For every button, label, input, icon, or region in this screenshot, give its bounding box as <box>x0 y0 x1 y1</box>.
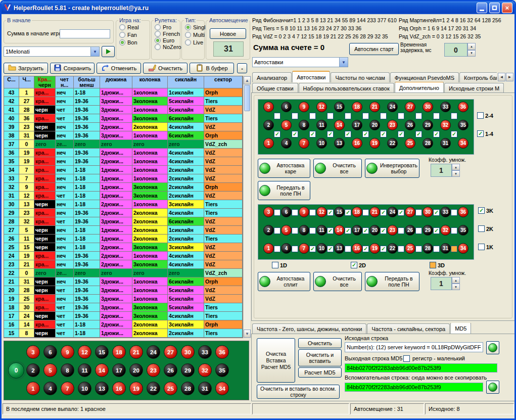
wheel-number-18[interactable]: 18 <box>112 345 126 359</box>
table-scrollbar[interactable]: ▲ ▼ <box>243 76 251 338</box>
history-row[interactable]: 3923черннеч19-362дюжи...2колонка4сиклайн… <box>4 123 243 131</box>
radio-pro[interactable]: Pro <box>155 24 181 30</box>
bet-checkbox[interactable] <box>327 227 334 234</box>
bet-number-5[interactable]: 5 <box>281 120 292 130</box>
bet-checkbox[interactable] <box>433 113 440 119</box>
main-tabs-2[interactable]: Частоты по числам <box>331 72 389 82</box>
wheel-number-28[interactable]: 28 <box>181 382 195 395</box>
wheel-number-14[interactable]: 14 <box>95 363 109 377</box>
spin-up-icon[interactable]: ▲ <box>452 277 460 284</box>
wheel-number-7[interactable]: 7 <box>61 382 74 395</box>
bet-number-33[interactable]: 33 <box>440 102 451 112</box>
tab-scroll-arrows[interactable]: ◄► <box>498 73 513 81</box>
start-sum-input[interactable] <box>60 29 110 38</box>
history-row[interactable]: 2321кра...неч19-362дюжи...3колонка4сикла… <box>4 260 243 269</box>
wheel-number-35[interactable]: 35 <box>215 363 229 377</box>
wheel-number-13[interactable]: 13 <box>95 382 109 395</box>
bet-number-31[interactable]: 31 <box>440 138 451 149</box>
bet-number-14[interactable]: 14 <box>334 120 345 130</box>
column-header[interactable]: дюжина <box>100 76 132 88</box>
bet-checkbox[interactable] <box>433 131 440 137</box>
wheel-number-22[interactable]: 22 <box>147 382 160 395</box>
bet-checkbox[interactable] <box>433 246 440 252</box>
bet-number-27[interactable]: 27 <box>405 102 415 112</box>
autobet-split-button[interactable]: Автоставка сплит <box>258 272 310 291</box>
new-button[interactable]: Новое <box>210 28 246 39</box>
freq-tabs-0[interactable]: Частота - Zero, шансы, дюжины, колонки <box>252 323 366 334</box>
sub-tabs-3[interactable]: Исходные строки М <box>444 83 504 93</box>
tab-scroll-right-icon[interactable]: ► <box>506 73 513 81</box>
radio-nozero[interactable]: NoZero <box>155 44 181 50</box>
history-row[interactable]: 2515черннеч1-182дюжи...3колонка3сиклайнV… <box>4 243 243 252</box>
checkbox-3d[interactable]: 3D <box>430 262 445 268</box>
wheel-number-36[interactable]: 36 <box>215 345 229 359</box>
profile-combo[interactable]: 1Melonati ▼ <box>4 46 100 57</box>
history-row[interactable]: 347кра...неч1-181дюжи...1колонка2сиклайн… <box>4 166 243 174</box>
bet-checkbox[interactable] <box>451 131 457 137</box>
history-row[interactable]: 370zeroze...zerozerozerozeroVdZ_zch <box>4 140 243 149</box>
bet-number-15[interactable]: 15 <box>334 102 345 112</box>
wheel-number-10[interactable]: 10 <box>78 382 91 395</box>
titlebar[interactable]: HelperRoullet 5.81 - create helperroulle… <box>2 2 514 14</box>
scroll-up-icon[interactable]: ▲ <box>244 76 251 84</box>
clear-all-button-1[interactable]: Очистить все <box>313 159 362 178</box>
wheel-number-30[interactable]: 30 <box>181 345 195 359</box>
history-row[interactable]: 2611черннеч1-181дюжи...2колонка2сиклайнT… <box>4 235 243 243</box>
radio-live[interactable]: Live <box>185 39 205 45</box>
bet-checkbox[interactable] <box>362 227 369 234</box>
scroll-down-icon[interactable]: ▼ <box>244 330 251 338</box>
bet-checkbox[interactable] <box>327 209 334 216</box>
wheel-number-4[interactable]: 4 <box>43 382 57 395</box>
tab-scroll-left-icon[interactable]: ◄ <box>498 73 505 81</box>
wheel-number-26[interactable]: 26 <box>164 363 177 377</box>
wheel-number-20[interactable]: 20 <box>129 363 143 377</box>
history-row[interactable]: 2832кра...чет19-363дюжи...2колонка6сикла… <box>4 217 243 226</box>
bet-checkbox[interactable] <box>345 209 351 216</box>
bet-number-29[interactable]: 29 <box>423 120 433 130</box>
history-row[interactable]: 2419кра...неч19-362дюжи...1колонка4сикла… <box>4 252 243 260</box>
history-row[interactable]: 2131черннеч19-363дюжи...1колонка6сиклайн… <box>4 277 243 286</box>
md5-clear-paste-button[interactable]: Очистить и вставить <box>298 349 342 366</box>
radio-euro[interactable]: Euro <box>155 37 181 43</box>
history-row[interactable]: 329кра...неч1-181дюжи...3колонка2сиклайн… <box>4 183 243 192</box>
sub-tabs-1[interactable]: Наборы пользовательских ставок <box>299 83 394 93</box>
wheel-number-34[interactable]: 34 <box>215 382 229 395</box>
wheel-number-9[interactable]: 9 <box>61 345 74 359</box>
bet-number-24[interactable]: 24 <box>387 102 398 112</box>
toolbar-save-button[interactable]: Сохранить <box>50 63 95 74</box>
radio-singl[interactable]: Singl <box>185 24 205 30</box>
history-row[interactable]: 220zeroze...zerozerozerozeroVdZ_zch <box>4 269 243 277</box>
bet-checkbox[interactable] <box>415 131 422 137</box>
autobet-kare-button[interactable]: Автоставка каре <box>258 159 310 178</box>
bet-checkbox[interactable] <box>309 209 316 216</box>
delay-spinner[interactable]: 0 ▲ ▼ <box>444 43 476 57</box>
main-tabs-4[interactable]: Контроль банкр <box>459 72 497 82</box>
column-header[interactable]: четн... <box>56 76 74 88</box>
main-tabs-1[interactable]: Автоставки <box>292 71 330 82</box>
koef-spinner-2[interactable]: 1 ▲ ▼ <box>431 277 460 290</box>
transfer-to-pn-button-1[interactable]: Передать в поле ПН <box>258 181 310 200</box>
wheel-number-21[interactable]: 21 <box>129 345 143 359</box>
toolbar-clipboard-button[interactable]: В буфер <box>190 63 234 74</box>
bet-number-11[interactable]: 11 <box>316 120 327 130</box>
bet-number-19[interactable]: 19 <box>369 138 380 149</box>
transfer-to-pn-button-2[interactable]: Передать в поле ПН <box>365 272 419 291</box>
play-button[interactable] <box>102 46 115 57</box>
minimize-button[interactable] <box>477 3 487 13</box>
radio-bon[interactable]: Bon <box>119 39 139 45</box>
column-header[interactable]: сиклайн <box>168 76 204 88</box>
history-row[interactable]: 1925кра...неч19-363дюжи...1колонка5сикла… <box>4 295 243 303</box>
wheel-number-24[interactable]: 24 <box>147 345 160 359</box>
column-header[interactable]: Кра...черн <box>34 76 56 88</box>
sub-tabs-2[interactable]: Дополнительно <box>395 82 444 93</box>
chevron-down-icon[interactable]: ▼ <box>90 47 99 56</box>
bet-checkbox[interactable] <box>380 209 387 216</box>
md5-go-button[interactable] <box>486 341 499 354</box>
wheel-number-5[interactable]: 5 <box>43 363 57 377</box>
bet-number-1[interactable]: 1 <box>263 138 274 149</box>
bet-checkbox[interactable] <box>398 246 404 252</box>
bet-checkbox[interactable] <box>345 227 351 234</box>
history-row[interactable]: 337кра...неч1-181дюжи...1колонка2сиклайн… <box>4 174 243 183</box>
bet-checkbox[interactable] <box>398 227 404 234</box>
bet-checkbox[interactable] <box>327 131 334 137</box>
